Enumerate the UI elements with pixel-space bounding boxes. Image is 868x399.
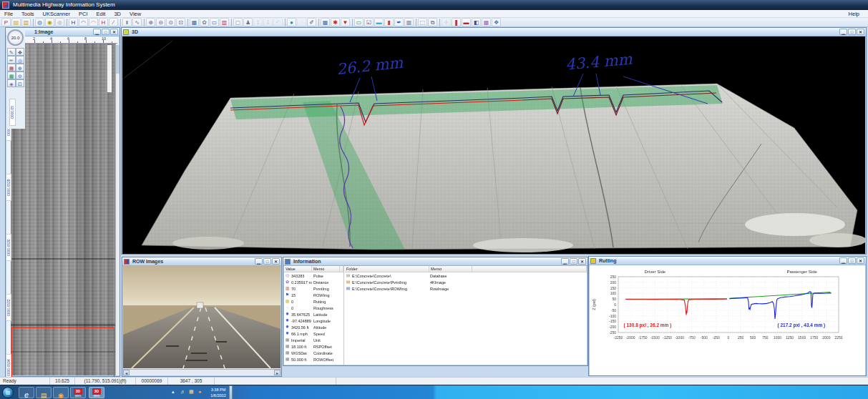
threed-window-titlebar[interactable]: 3D ▁ □ ✕ — [122, 28, 866, 36]
table-row[interactable]: ✿0.235917 miDistance — [284, 279, 343, 285]
image-maximize-button[interactable]: □ — [102, 29, 109, 35]
zoom-in-tool[interactable]: ⊕ — [16, 64, 24, 72]
disc-icon[interactable]: ◉ — [45, 18, 54, 26]
taskbar-mhis-button-1[interactable]: 3DMHIS — [70, 387, 86, 398]
column-header[interactable]: Folder — [345, 266, 429, 272]
table-row[interactable]: ✸-97.424889Longitude — [284, 317, 343, 324]
menu-3d[interactable]: 3D — [109, 10, 125, 18]
home-h-red-icon[interactable]: H — [99, 18, 108, 26]
menu-file[interactable]: File — [0, 10, 17, 18]
monitor-green-icon[interactable]: ▭ — [354, 18, 364, 26]
circle-icon[interactable]: ◎ — [55, 18, 64, 26]
scrollbar-thumb[interactable] — [116, 45, 120, 74]
app-titlebar[interactable]: Multimedia Highway Information System — [0, 0, 868, 10]
table-header[interactable]: FolderMemo — [345, 266, 587, 272]
tray-volume-icon[interactable]: ♬ — [180, 389, 185, 394]
row-minimize-button[interactable]: ▁ — [255, 258, 263, 265]
table-row[interactable]: ▤E:\Concrete\Concrete\PvmtImg4KImage — [345, 279, 587, 285]
arch-up-blue-icon[interactable]: ◠ — [79, 18, 88, 26]
table-row[interactable]: ✸35.647625Latitude — [284, 311, 343, 317]
menu-edit[interactable]: Edit — [92, 10, 109, 18]
flower-icon[interactable]: ✿ — [200, 18, 209, 26]
window-arrow-icon[interactable]: ⧉ — [428, 18, 437, 26]
table-row[interactable]: ▦18.100 ftRSPOffset — [284, 343, 343, 350]
home-h-icon[interactable]: H — [69, 18, 78, 26]
column-header[interactable]: Memo — [429, 266, 472, 272]
taskbar-mhis-button-2[interactable]: 3DMHIS — [89, 387, 104, 398]
menu-pci[interactable]: PCI — [74, 10, 92, 18]
rutting-maximize-button[interactable]: □ — [848, 257, 856, 264]
info-minimize-button[interactable]: ▁ — [561, 258, 569, 265]
drop-red-icon[interactable]: ▼ — [341, 18, 350, 26]
zoom-out-tool[interactable]: ⊖ — [16, 72, 24, 79]
taskbar-media-icon[interactable]: ◉ — [53, 387, 69, 398]
table-row[interactable]: ▥70PvmtImg — [284, 285, 343, 292]
image-minimize-button[interactable]: ▁ — [93, 29, 101, 35]
teal-ball-icon[interactable]: ● — [287, 18, 296, 26]
table-row[interactable]: ✸66.1 mphSpeed — [284, 330, 343, 337]
column-header[interactable]: Value — [284, 266, 312, 272]
scroll-right-icon[interactable]: ▸ — [274, 370, 281, 375]
image-vertical-scrollbar[interactable] — [115, 44, 120, 375]
picture-icon[interactable]: ▩ — [404, 18, 414, 26]
pan-tool[interactable]: ✥ — [16, 48, 24, 56]
marker-icon[interactable]: ♟ — [243, 18, 253, 26]
threed-minimize-button[interactable]: ▁ — [839, 29, 847, 35]
row-horizontal-scrollbar[interactable]: ◂ ▸ — [123, 369, 281, 375]
pen-blue-icon[interactable]: ✒ — [394, 18, 404, 26]
table-row[interactable]: ▫0Roughness — [284, 305, 343, 311]
squares-blue-icon[interactable]: ◧ — [472, 18, 481, 26]
rutting-close-button[interactable]: ✕ — [857, 257, 864, 264]
table-row[interactable]: ▦WGSDatCoordinate — [284, 350, 343, 356]
station-tab[interactable]: 0000.05 — [9, 99, 16, 126]
image-close-button[interactable]: ✕ — [110, 29, 118, 35]
table-icon[interactable]: ▦ — [321, 18, 330, 26]
taskbar-clock[interactable]: 3:38 PM 1/6/2002 — [208, 387, 229, 398]
row-window-titlebar[interactable]: ROW Images ▁ □ ✕ — [122, 257, 281, 266]
table-row[interactable]: ▤E:\Concrete\Concrete\ROWImgRowImage — [345, 285, 587, 292]
threed-viewport[interactable]: 26.2 mm 43.4 mm — [122, 36, 865, 254]
image-tool[interactable]: ▦ — [7, 64, 16, 72]
menu-tools[interactable]: Tools — [17, 10, 39, 18]
chart-red-icon[interactable]: ▥ — [220, 18, 229, 26]
table-row[interactable]: ▦50.000 ftROWOffset — [284, 356, 343, 363]
zoom-fit-icon[interactable]: ⊙ — [166, 18, 175, 26]
cyan-bar-icon[interactable]: ▬ — [374, 18, 384, 26]
menu-ukscanner[interactable]: UKScanner — [39, 10, 74, 18]
rutting-minimize-button[interactable]: ▁ — [839, 257, 847, 264]
magnifier-tool[interactable]: ◎ — [16, 56, 24, 64]
table-header[interactable]: ValueMemo — [284, 266, 343, 272]
table-row[interactable]: ✸3420.56 ftAltitude — [284, 324, 343, 330]
scroll-left-icon[interactable]: ◂ — [123, 370, 130, 375]
arch-up-orange-icon[interactable]: ◠ — [89, 18, 98, 26]
info-close-button[interactable]: ✕ — [578, 258, 586, 265]
scale-dial[interactable]: 20.0 — [7, 29, 24, 46]
menu-help[interactable]: Help — [844, 10, 864, 18]
info-maximize-button[interactable]: □ — [570, 258, 577, 265]
tray-network-icon[interactable]: ▦ — [189, 389, 194, 395]
menu-view[interactable]: View — [125, 10, 145, 18]
zoom-out-icon[interactable]: ⊖ — [156, 18, 165, 26]
wave-icon[interactable]: ∿ — [132, 18, 142, 26]
tray-status-icon[interactable]: ● — [198, 389, 201, 394]
window-gray-icon[interactable]: ▢ — [233, 18, 243, 26]
pencil-icon[interactable]: ✐ — [307, 18, 316, 26]
zoom-sel-tool[interactable]: ⊡ — [16, 79, 24, 87]
zoom-window-icon[interactable]: ⊡ — [176, 18, 185, 26]
table-row[interactable]: ⚑15ROWImg — [284, 292, 343, 298]
pen-tool[interactable]: ✎ — [7, 48, 16, 56]
table-row[interactable]: ◎343283Pulse — [284, 272, 343, 279]
globe-icon[interactable]: ◍ — [35, 18, 44, 26]
row-close-button[interactable]: ✕ — [272, 258, 280, 265]
grid-icon[interactable]: ▦ — [190, 18, 199, 26]
check-icon[interactable]: ☑ — [364, 18, 374, 26]
row-maximize-button[interactable]: □ — [263, 258, 271, 265]
bars-red-icon[interactable]: ❚ — [452, 18, 461, 26]
column-header[interactable]: Memo — [312, 266, 340, 272]
table-row[interactable]: ▦ImperialUnit — [284, 337, 343, 343]
report-icon[interactable]: P — [1, 18, 11, 26]
monitor-blue-icon[interactable]: ▭ — [210, 18, 219, 26]
pen-slash-icon[interactable]: ∕ — [109, 18, 118, 26]
tray-expand-icon[interactable]: ▴ — [172, 389, 175, 395]
table-row[interactable]: ▤E:\Concrete\Concrete\Database — [345, 272, 587, 279]
